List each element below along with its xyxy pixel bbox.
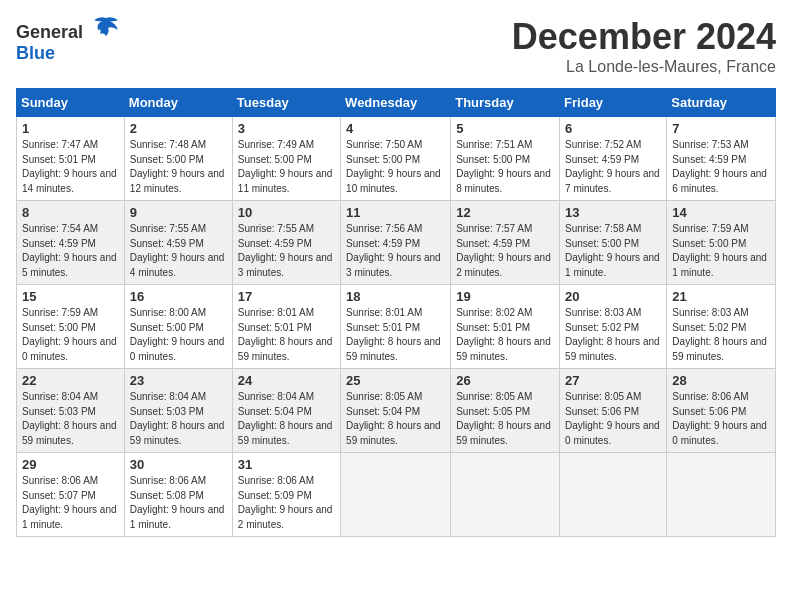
day-number: 1 [22, 121, 119, 136]
day-number: 17 [238, 289, 335, 304]
day-number: 3 [238, 121, 335, 136]
calendar-week-row: 8 Sunrise: 7:54 AM Sunset: 4:59 PM Dayli… [17, 201, 776, 285]
calendar-day-cell: 20 Sunrise: 8:03 AM Sunset: 5:02 PM Dayl… [560, 285, 667, 369]
day-number: 18 [346, 289, 445, 304]
day-number: 15 [22, 289, 119, 304]
day-number: 4 [346, 121, 445, 136]
day-number: 31 [238, 457, 335, 472]
day-info: Sunrise: 8:01 AM Sunset: 5:01 PM Dayligh… [238, 306, 335, 364]
day-info: Sunrise: 8:05 AM Sunset: 5:04 PM Dayligh… [346, 390, 445, 448]
day-info: Sunrise: 7:56 AM Sunset: 4:59 PM Dayligh… [346, 222, 445, 280]
day-info: Sunrise: 7:48 AM Sunset: 5:00 PM Dayligh… [130, 138, 227, 196]
calendar-day-cell: 15 Sunrise: 7:59 AM Sunset: 5:00 PM Dayl… [17, 285, 125, 369]
day-number: 21 [672, 289, 770, 304]
day-number: 11 [346, 205, 445, 220]
day-number: 28 [672, 373, 770, 388]
day-info: Sunrise: 7:58 AM Sunset: 5:00 PM Dayligh… [565, 222, 661, 280]
calendar-day-cell: 10 Sunrise: 7:55 AM Sunset: 4:59 PM Dayl… [232, 201, 340, 285]
logo-text: General [16, 16, 120, 43]
day-info: Sunrise: 8:06 AM Sunset: 5:06 PM Dayligh… [672, 390, 770, 448]
weekday-header: Monday [124, 89, 232, 117]
calendar-day-cell: 28 Sunrise: 8:06 AM Sunset: 5:06 PM Dayl… [667, 369, 776, 453]
day-number: 13 [565, 205, 661, 220]
day-info: Sunrise: 8:06 AM Sunset: 5:07 PM Dayligh… [22, 474, 119, 532]
weekday-header: Saturday [667, 89, 776, 117]
calendar-day-cell: 23 Sunrise: 8:04 AM Sunset: 5:03 PM Dayl… [124, 369, 232, 453]
logo: General Blue [16, 16, 120, 64]
day-number: 19 [456, 289, 554, 304]
calendar-day-cell: 6 Sunrise: 7:52 AM Sunset: 4:59 PM Dayli… [560, 117, 667, 201]
bird-icon [92, 16, 120, 38]
calendar-day-cell: 8 Sunrise: 7:54 AM Sunset: 4:59 PM Dayli… [17, 201, 125, 285]
calendar-day-cell: 4 Sunrise: 7:50 AM Sunset: 5:00 PM Dayli… [341, 117, 451, 201]
calendar-day-cell: 13 Sunrise: 7:58 AM Sunset: 5:00 PM Dayl… [560, 201, 667, 285]
calendar-day-cell: 12 Sunrise: 7:57 AM Sunset: 4:59 PM Dayl… [451, 201, 560, 285]
calendar-day-cell: 11 Sunrise: 7:56 AM Sunset: 4:59 PM Dayl… [341, 201, 451, 285]
calendar-week-row: 22 Sunrise: 8:04 AM Sunset: 5:03 PM Dayl… [17, 369, 776, 453]
day-number: 20 [565, 289, 661, 304]
day-info: Sunrise: 7:51 AM Sunset: 5:00 PM Dayligh… [456, 138, 554, 196]
calendar-day-cell: 17 Sunrise: 8:01 AM Sunset: 5:01 PM Dayl… [232, 285, 340, 369]
calendar-day-cell: 22 Sunrise: 8:04 AM Sunset: 5:03 PM Dayl… [17, 369, 125, 453]
day-number: 8 [22, 205, 119, 220]
day-info: Sunrise: 8:04 AM Sunset: 5:03 PM Dayligh… [130, 390, 227, 448]
calendar-day-cell: 31 Sunrise: 8:06 AM Sunset: 5:09 PM Dayl… [232, 453, 340, 537]
day-number: 14 [672, 205, 770, 220]
month-title: December 2024 [512, 16, 776, 58]
calendar-day-cell: 5 Sunrise: 7:51 AM Sunset: 5:00 PM Dayli… [451, 117, 560, 201]
day-info: Sunrise: 8:05 AM Sunset: 5:06 PM Dayligh… [565, 390, 661, 448]
location: La Londe-les-Maures, France [512, 58, 776, 76]
day-info: Sunrise: 7:55 AM Sunset: 4:59 PM Dayligh… [130, 222, 227, 280]
weekday-header: Thursday [451, 89, 560, 117]
day-number: 23 [130, 373, 227, 388]
day-number: 30 [130, 457, 227, 472]
weekday-header: Tuesday [232, 89, 340, 117]
day-info: Sunrise: 7:54 AM Sunset: 4:59 PM Dayligh… [22, 222, 119, 280]
day-info: Sunrise: 7:49 AM Sunset: 5:00 PM Dayligh… [238, 138, 335, 196]
day-number: 9 [130, 205, 227, 220]
calendar-day-cell: 3 Sunrise: 7:49 AM Sunset: 5:00 PM Dayli… [232, 117, 340, 201]
day-number: 10 [238, 205, 335, 220]
day-info: Sunrise: 7:52 AM Sunset: 4:59 PM Dayligh… [565, 138, 661, 196]
logo-general: General [16, 22, 83, 42]
day-number: 27 [565, 373, 661, 388]
calendar-day-cell: 16 Sunrise: 8:00 AM Sunset: 5:00 PM Dayl… [124, 285, 232, 369]
day-info: Sunrise: 7:47 AM Sunset: 5:01 PM Dayligh… [22, 138, 119, 196]
calendar-day-cell: 30 Sunrise: 8:06 AM Sunset: 5:08 PM Dayl… [124, 453, 232, 537]
calendar-day-cell: 9 Sunrise: 7:55 AM Sunset: 4:59 PM Dayli… [124, 201, 232, 285]
day-info: Sunrise: 7:59 AM Sunset: 5:00 PM Dayligh… [672, 222, 770, 280]
calendar-week-row: 15 Sunrise: 7:59 AM Sunset: 5:00 PM Dayl… [17, 285, 776, 369]
day-number: 26 [456, 373, 554, 388]
day-info: Sunrise: 7:53 AM Sunset: 4:59 PM Dayligh… [672, 138, 770, 196]
title-area: December 2024 La Londe-les-Maures, Franc… [512, 16, 776, 76]
day-info: Sunrise: 8:00 AM Sunset: 5:00 PM Dayligh… [130, 306, 227, 364]
day-info: Sunrise: 8:06 AM Sunset: 5:09 PM Dayligh… [238, 474, 335, 532]
day-number: 25 [346, 373, 445, 388]
logo-blue: Blue [16, 43, 55, 63]
day-number: 24 [238, 373, 335, 388]
calendar: SundayMondayTuesdayWednesdayThursdayFrid… [16, 88, 776, 537]
calendar-day-cell [341, 453, 451, 537]
day-info: Sunrise: 8:06 AM Sunset: 5:08 PM Dayligh… [130, 474, 227, 532]
header: General Blue December 2024 La Londe-les-… [16, 16, 776, 76]
day-info: Sunrise: 8:04 AM Sunset: 5:03 PM Dayligh… [22, 390, 119, 448]
day-number: 7 [672, 121, 770, 136]
calendar-day-cell [560, 453, 667, 537]
weekday-header: Wednesday [341, 89, 451, 117]
day-number: 6 [565, 121, 661, 136]
calendar-week-row: 29 Sunrise: 8:06 AM Sunset: 5:07 PM Dayl… [17, 453, 776, 537]
day-number: 12 [456, 205, 554, 220]
calendar-day-cell: 26 Sunrise: 8:05 AM Sunset: 5:05 PM Dayl… [451, 369, 560, 453]
calendar-day-cell: 24 Sunrise: 8:04 AM Sunset: 5:04 PM Dayl… [232, 369, 340, 453]
day-info: Sunrise: 7:55 AM Sunset: 4:59 PM Dayligh… [238, 222, 335, 280]
day-info: Sunrise: 8:05 AM Sunset: 5:05 PM Dayligh… [456, 390, 554, 448]
day-info: Sunrise: 8:04 AM Sunset: 5:04 PM Dayligh… [238, 390, 335, 448]
weekday-header: Sunday [17, 89, 125, 117]
calendar-day-cell: 18 Sunrise: 8:01 AM Sunset: 5:01 PM Dayl… [341, 285, 451, 369]
day-info: Sunrise: 7:50 AM Sunset: 5:00 PM Dayligh… [346, 138, 445, 196]
calendar-day-cell: 1 Sunrise: 7:47 AM Sunset: 5:01 PM Dayli… [17, 117, 125, 201]
day-info: Sunrise: 8:01 AM Sunset: 5:01 PM Dayligh… [346, 306, 445, 364]
calendar-header-row: SundayMondayTuesdayWednesdayThursdayFrid… [17, 89, 776, 117]
day-number: 29 [22, 457, 119, 472]
day-info: Sunrise: 7:57 AM Sunset: 4:59 PM Dayligh… [456, 222, 554, 280]
